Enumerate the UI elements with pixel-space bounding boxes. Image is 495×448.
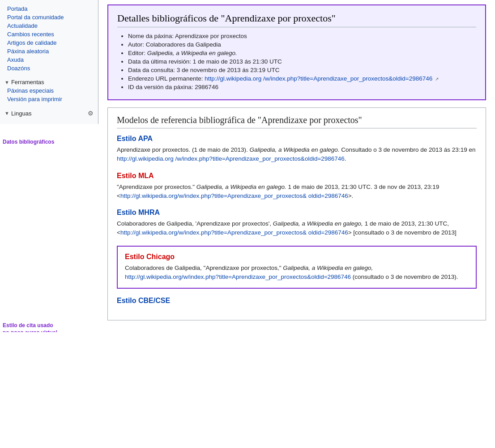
citation-apa: Estilo APA Aprendizaxe por proxectos. (1… (117, 135, 477, 164)
apa-heading: Estilo APA (117, 135, 477, 143)
ref-models-section: Modelos de referencia bibliográfica de "… (107, 107, 486, 320)
sidebar-item-version[interactable]: Versión para imprimir (0, 95, 98, 103)
linguas-label: Linguas (11, 110, 32, 117)
bib-item-nome: Nome da páxina: Aprendizaxe por proxecto… (128, 33, 476, 39)
ferramentas-header: ▼ Ferramentas (0, 76, 98, 86)
external-link-icon: ↗ (435, 77, 439, 81)
citation-chicago: Estilo Chicago Colaboradores de Galipedi… (117, 246, 477, 289)
bib-item-id: ID da versión da páxina: 2986746 (128, 84, 476, 90)
ferramentas-label: Ferramentas (11, 79, 44, 85)
ferramentas-arrow: ▼ (4, 80, 9, 85)
bib-details-box: Detalles bibliográficos de "Aprendizaxe … (107, 4, 486, 100)
sidebar-item-aleatoria[interactable]: Páxina aleatoria (0, 47, 98, 55)
citation-mla: Estilo MLA "Aprendizaxe por proxectos." … (117, 172, 477, 201)
main-content: Detalles bibliográficos de "Aprendizaxe … (98, 0, 495, 332)
sidebar-item-portada[interactable]: Portada (0, 4, 98, 13)
mhra-text: Colaboradores de Galipedia, 'Aprendizaxe… (117, 219, 477, 238)
bib-item-url: Enderezo URL permanente: http://gl.wikip… (128, 75, 476, 82)
bib-url-link[interactable]: http://gl.wikipedia.org /w/index.php?tit… (205, 75, 432, 82)
bib-details-title: Detalles bibliográficos de "Aprendizaxe … (117, 13, 476, 27)
mla-text: "Aprendizaxe por proxectos." Galipedia, … (117, 183, 477, 201)
bib-item-consulta-text: Data da consulta: 3 de novembro de 2013 … (128, 67, 279, 73)
apa-link[interactable]: http://gl.wikipedia.org /w/index.php?tit… (117, 155, 345, 162)
bib-item-revision: Data da última revisión: 1 de maio de 20… (128, 58, 476, 65)
bib-item-editor: Editor: Galipedia, a Wikipedia en galego… (128, 50, 476, 56)
mla-link[interactable]: http://gl.wikipedia.org/w/index.php?titl… (120, 192, 348, 199)
citation-mhra: Estilo MHRA Colaboradores de Galipedia, … (117, 209, 477, 238)
sidebar-item-cambios[interactable]: Cambios recentes (0, 30, 98, 38)
bib-item-autor-text: Autor: Colaboradores da Galipedia (128, 41, 221, 48)
annotation-estilo-cita: Estilo de cita usadono noso curso virtua… (3, 322, 65, 332)
bib-item-id-text: ID da versión da páxina: 2986746 (128, 84, 218, 90)
sidebar-item-portal[interactable]: Portal da comunidade (0, 13, 98, 21)
bib-item-consulta: Data da consulta: 3 de novembro de 2013 … (128, 67, 476, 73)
bib-item-revision-text: Data da última revisión: 1 de maio de 20… (128, 58, 282, 65)
ref-models-title: Modelos de referencia bibliográfica de "… (117, 115, 477, 128)
bib-item-editor-text: Editor: Galipedia, a Wikipedia en galego… (128, 50, 237, 56)
linguas-arrow: ▼ (4, 111, 9, 116)
mhra-link[interactable]: http://gl.wikipedia.org/w/index.php?titl… (120, 229, 348, 236)
sidebar-item-axuda[interactable]: Axuda (0, 55, 98, 64)
sidebar-item-doazons[interactable]: Doazóns (0, 64, 98, 73)
bib-item-autor: Autor: Colaboradores da Galipedia (128, 41, 476, 48)
citation-cbecse: Estilo CBE/CSE (117, 297, 477, 305)
sidebar-item-actualidade[interactable]: Actualidade (0, 21, 98, 30)
bib-item-nome-text: Nome da páxina: Aprendizaxe por proxecto… (128, 33, 247, 39)
mhra-heading: Estilo MHRA (117, 209, 477, 217)
chicago-text: Colaboradores de Galipedia, "Aprendizaxe… (125, 264, 469, 282)
chicago-link[interactable]: http://gl.wikipedia.org/w/index.php?titl… (125, 273, 351, 280)
linguas-header: ▼ Linguas ⚙ (0, 107, 98, 118)
sidebar-item-especiais[interactable]: Páxinas especiais (0, 86, 98, 95)
bib-details-list: Nome da páxina: Aprendizaxe por proxecto… (117, 33, 476, 90)
mla-heading: Estilo MLA (117, 172, 477, 180)
bib-item-url-text: Enderezo URL permanente: http://gl.wikip… (128, 75, 439, 82)
chicago-heading: Estilo Chicago (125, 253, 469, 261)
sidebar-item-artigos[interactable]: Artigos de calidade (0, 38, 98, 47)
cbecse-heading: Estilo CBE/CSE (117, 297, 477, 305)
gear-icon[interactable]: ⚙ (88, 110, 94, 117)
apa-text: Aprendizaxe por proxectos. (1 de maio de… (117, 145, 477, 164)
annotation-datos-bibliograficos: Datos bibliográficos (3, 139, 61, 146)
